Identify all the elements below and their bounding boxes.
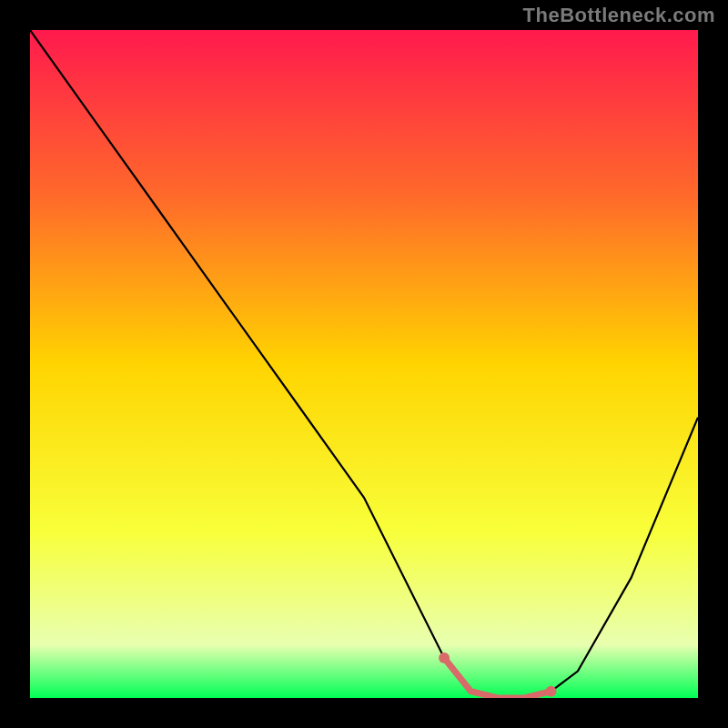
curve-overlay bbox=[30, 30, 698, 698]
svg-point-2 bbox=[546, 686, 557, 697]
svg-point-1 bbox=[439, 652, 450, 663]
optimal-range-markers bbox=[439, 652, 556, 698]
bottleneck-curve bbox=[30, 30, 698, 698]
attribution-text: TheBottleneck.com bbox=[523, 4, 715, 27]
plot-area bbox=[30, 30, 698, 698]
